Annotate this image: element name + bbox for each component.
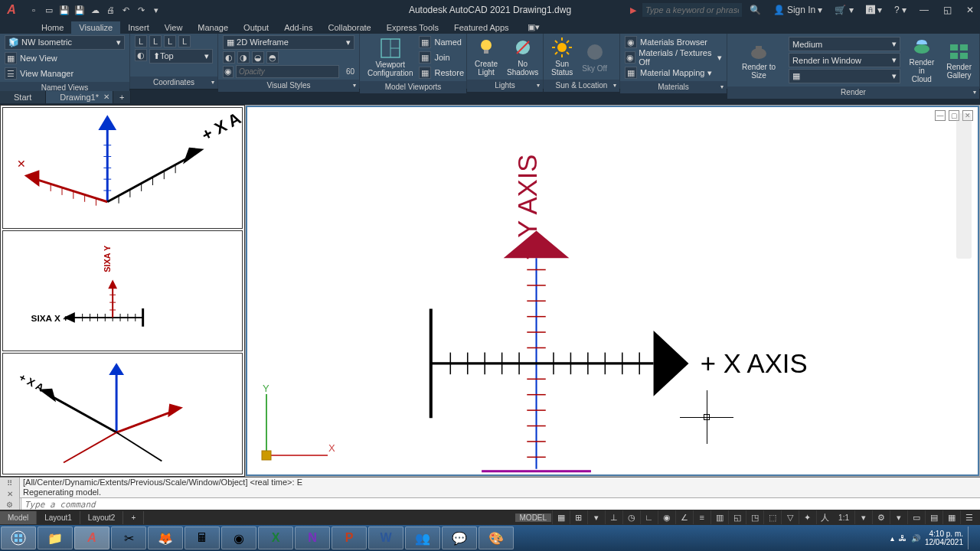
status-model[interactable]: MODEL bbox=[515, 514, 552, 522]
panel-visual-styles[interactable]: Visual Styles▾ bbox=[218, 80, 359, 92]
explorer-icon[interactable]: 📁 bbox=[38, 527, 73, 549]
sun-status-button[interactable]: Sun Status bbox=[548, 35, 576, 78]
render-quality-combo[interactable]: Medium▾ bbox=[789, 37, 900, 51]
plot-icon[interactable]: 🖨 bbox=[104, 4, 116, 16]
onenote-icon[interactable]: N bbox=[295, 527, 330, 549]
viewport-restore-button[interactable]: ▦Restore bbox=[419, 66, 464, 80]
viewport-named-button[interactable]: ▦Named bbox=[419, 35, 464, 49]
start-button[interactable] bbox=[1, 527, 36, 549]
opacity-icon[interactable]: ◉ bbox=[223, 66, 234, 78]
monitor-icon[interactable]: ▭ bbox=[907, 510, 924, 524]
transp-icon[interactable]: ▥ bbox=[710, 510, 727, 524]
clock-date[interactable]: 12/04/2021 bbox=[925, 538, 963, 546]
new-tab-button[interactable]: + bbox=[113, 91, 131, 103]
render-target-combo[interactable]: Render in Window▾ bbox=[789, 53, 900, 67]
viewport-thumb-3[interactable]: + X A bbox=[2, 353, 243, 474]
excel-icon[interactable]: X bbox=[258, 527, 293, 549]
tray-volume-icon[interactable]: 🔊 bbox=[911, 534, 920, 543]
tab-insert[interactable]: Insert bbox=[120, 21, 157, 34]
panel-lights[interactable]: Lights▾ bbox=[467, 80, 543, 92]
snap-icon[interactable]: ⊞ bbox=[570, 510, 586, 524]
panel-coordinates[interactable]: Coordinates▾ bbox=[130, 77, 217, 89]
customize-icon[interactable]: ☰ bbox=[960, 510, 977, 524]
3dosnap-icon[interactable]: ◳ bbox=[746, 510, 763, 524]
polar-icon[interactable]: ◷ bbox=[622, 510, 639, 524]
gear-icon[interactable]: ⚙ bbox=[872, 510, 889, 524]
materials-textures-button[interactable]: ◉Materials / Textures Off ▾ bbox=[625, 51, 722, 64]
command-input[interactable] bbox=[21, 500, 980, 510]
open-icon[interactable]: ▭ bbox=[43, 4, 55, 16]
render-cloud-button[interactable]: Render in Cloud bbox=[903, 35, 941, 85]
gizmo-icon[interactable]: ✦ bbox=[799, 510, 815, 524]
coord-combo[interactable]: ⬆Top▾ bbox=[149, 49, 213, 64]
tab-expresstools[interactable]: Express Tools bbox=[379, 21, 446, 34]
clock-time[interactable]: 4:10 p. m. bbox=[925, 530, 963, 538]
tab-start[interactable]: Start bbox=[0, 91, 46, 103]
autodesk-icon[interactable]: 🅰 ▾ bbox=[861, 0, 887, 20]
panel-viewports[interactable]: Model Viewports bbox=[360, 81, 466, 93]
units-icon[interactable]: ▤ bbox=[925, 510, 942, 524]
ucs-icon-1[interactable]: L bbox=[135, 35, 147, 47]
qat-dropdown-icon[interactable]: ▾ bbox=[150, 4, 162, 16]
whatsapp-icon[interactable]: 💬 bbox=[442, 527, 477, 549]
materials-browser-button[interactable]: ◉Materials Browser bbox=[625, 35, 722, 49]
signin-button[interactable]: 👤 Sign In ▾ bbox=[769, 0, 827, 20]
filter-icon[interactable]: ▽ bbox=[781, 510, 798, 524]
search-button[interactable]: 🔍 bbox=[745, 0, 766, 20]
word-icon[interactable]: W bbox=[368, 527, 403, 549]
close-icon[interactable]: ✕ bbox=[103, 93, 109, 101]
create-light-button[interactable]: Create Light bbox=[472, 35, 501, 78]
cmd-option-icon[interactable]: ⚙ bbox=[6, 500, 13, 509]
render-preset-combo[interactable]: ▦▾ bbox=[789, 69, 900, 83]
panel-sun-location[interactable]: Sun & Location▾ bbox=[544, 80, 619, 92]
ucs-icon-4[interactable]: L bbox=[178, 35, 191, 47]
undo-icon[interactable]: ↶ bbox=[119, 4, 132, 16]
otrack-icon[interactable]: ∠ bbox=[675, 510, 692, 524]
scale-drop-icon[interactable]: ▾ bbox=[854, 510, 871, 524]
help-icon[interactable]: ? ▾ bbox=[890, 0, 911, 20]
osnap-icon[interactable]: ◉ bbox=[658, 510, 675, 524]
annot-icon[interactable]: 人 bbox=[816, 510, 833, 524]
tab-drawing1[interactable]: Drawing1*✕ bbox=[46, 91, 113, 103]
app-store-icon[interactable]: 🛒 ▾ bbox=[830, 0, 858, 20]
ortho-icon[interactable]: ⊥ bbox=[605, 510, 622, 524]
vs-icon-4[interactable]: ◓ bbox=[266, 51, 279, 64]
panel-render[interactable]: Render▾ bbox=[727, 86, 979, 99]
view-manager-button[interactable]: ☰View Manager bbox=[5, 67, 125, 80]
save-icon[interactable]: 💾 bbox=[58, 4, 70, 16]
ucs-icon-3[interactable]: L bbox=[164, 35, 176, 47]
viewport-thumb-2[interactable]: SIXA X + SIXA Y bbox=[2, 230, 243, 352]
cmd-close-icon[interactable]: ✕ bbox=[7, 490, 13, 498]
autodesk-play-icon[interactable]: ▶ bbox=[627, 4, 639, 16]
iso-icon[interactable]: ∟ bbox=[640, 510, 657, 524]
ucs-icon-5[interactable]: ◐ bbox=[135, 49, 147, 61]
teams-icon[interactable]: 👥 bbox=[405, 527, 440, 549]
cmd-drag-icon[interactable]: ⠿ bbox=[7, 479, 12, 487]
calculator-icon[interactable]: 🖩 bbox=[185, 527, 220, 549]
autocad-task-icon[interactable]: A bbox=[74, 527, 109, 549]
visualstyle-combo[interactable]: ▦ 2D Wireframe▾ bbox=[223, 35, 354, 50]
render-size-button[interactable]: Render to Size bbox=[732, 40, 786, 81]
new-view-button[interactable]: ▦New View bbox=[5, 51, 125, 65]
main-viewport[interactable]: — ▢ ✕ bbox=[246, 106, 979, 476]
powerpoint-icon[interactable]: P bbox=[332, 527, 367, 549]
viewport-config-button[interactable]: Viewport Configuration bbox=[364, 36, 416, 79]
restore-button[interactable]: ◱ bbox=[937, 0, 957, 20]
viewport-join-button[interactable]: ▦Join bbox=[419, 51, 464, 64]
ws-icon[interactable]: ▾ bbox=[890, 510, 906, 524]
firefox-icon[interactable]: 🦊 bbox=[148, 527, 183, 549]
tray-network-icon[interactable]: 🖧 bbox=[899, 534, 906, 543]
dynucs-icon[interactable]: ⬚ bbox=[763, 510, 780, 524]
panel-materials[interactable]: Materials▾ bbox=[620, 81, 727, 93]
no-shadows-button[interactable]: No Shadows bbox=[504, 35, 541, 78]
minimize-button[interactable]: — bbox=[914, 0, 934, 20]
chrome-icon[interactable]: ◉ bbox=[221, 527, 256, 549]
viewport-thumb-1[interactable]: + X A ✕ bbox=[2, 107, 243, 229]
close-button[interactable]: ✕ bbox=[960, 0, 980, 20]
paint-icon[interactable]: 🎨 bbox=[479, 527, 514, 549]
new-icon[interactable]: ▫ bbox=[28, 4, 40, 16]
tab-expand-icon[interactable]: ▣▾ bbox=[520, 21, 547, 34]
scale-label[interactable]: 1:1 bbox=[834, 514, 854, 522]
tray-up-icon[interactable]: ▴ bbox=[890, 534, 894, 543]
vs-icon-1[interactable]: ◐ bbox=[223, 51, 235, 64]
